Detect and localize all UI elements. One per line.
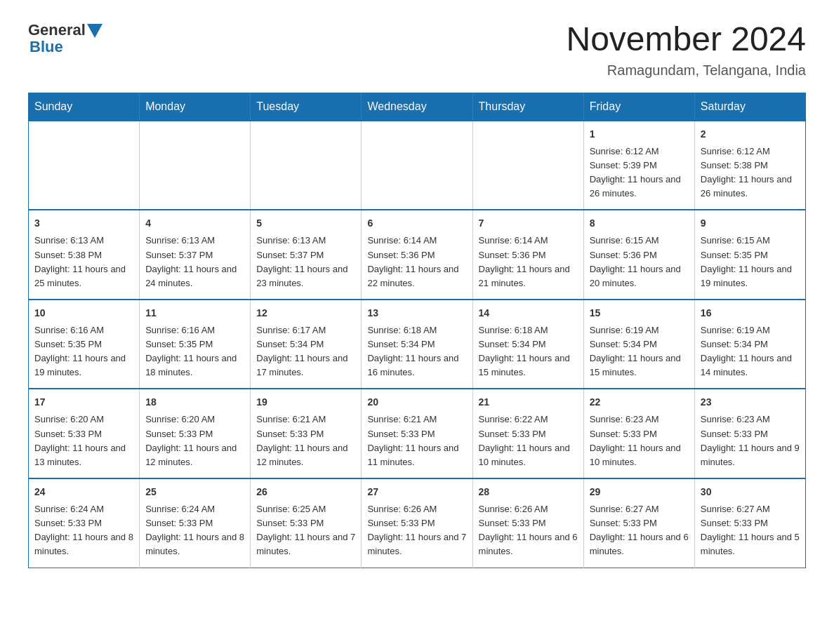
calendar-header-thursday: Thursday xyxy=(472,93,583,121)
day-info: Sunrise: 6:13 AMSunset: 5:37 PMDaylight:… xyxy=(145,234,244,290)
day-info: Sunrise: 6:18 AMSunset: 5:34 PMDaylight:… xyxy=(367,323,466,380)
day-number: 12 xyxy=(256,306,355,321)
calendar-cell: 5Sunrise: 6:13 AMSunset: 5:37 PMDaylight… xyxy=(251,210,362,300)
day-info: Sunrise: 6:12 AMSunset: 5:38 PMDaylight:… xyxy=(701,145,800,201)
day-number: 7 xyxy=(479,216,578,231)
day-info: Sunrise: 6:26 AMSunset: 5:33 PMDaylight:… xyxy=(367,502,466,559)
day-info: Sunrise: 6:24 AMSunset: 5:33 PMDaylight:… xyxy=(34,502,133,559)
calendar-cell: 11Sunrise: 6:16 AMSunset: 5:35 PMDayligh… xyxy=(140,300,251,389)
day-number: 14 xyxy=(479,306,578,321)
calendar-cell: 2Sunrise: 6:12 AMSunset: 5:38 PMDaylight… xyxy=(694,121,805,210)
day-number: 3 xyxy=(34,216,133,231)
day-number: 29 xyxy=(590,485,689,499)
day-number: 21 xyxy=(479,395,578,410)
day-number: 6 xyxy=(367,216,466,231)
calendar-cell xyxy=(251,121,362,210)
day-number: 4 xyxy=(145,216,244,231)
calendar-header-row: SundayMondayTuesdayWednesdayThursdayFrid… xyxy=(29,93,806,121)
day-info: Sunrise: 6:20 AMSunset: 5:33 PMDaylight:… xyxy=(34,412,133,469)
calendar-cell: 20Sunrise: 6:21 AMSunset: 5:33 PMDayligh… xyxy=(362,389,472,478)
day-info: Sunrise: 6:23 AMSunset: 5:33 PMDaylight:… xyxy=(701,412,800,469)
day-number: 19 xyxy=(256,395,355,410)
day-info: Sunrise: 6:15 AMSunset: 5:36 PMDaylight:… xyxy=(590,234,689,290)
day-number: 8 xyxy=(590,216,689,231)
svg-marker-0 xyxy=(87,24,102,38)
day-number: 9 xyxy=(701,216,800,231)
day-number: 10 xyxy=(34,306,133,321)
calendar-cell: 24Sunrise: 6:24 AMSunset: 5:33 PMDayligh… xyxy=(29,478,140,568)
calendar-header-tuesday: Tuesday xyxy=(251,93,362,121)
calendar-cell: 15Sunrise: 6:19 AMSunset: 5:34 PMDayligh… xyxy=(583,300,694,389)
calendar-header-monday: Monday xyxy=(140,93,251,121)
calendar-cell: 27Sunrise: 6:26 AMSunset: 5:33 PMDayligh… xyxy=(362,478,472,568)
calendar-cell: 28Sunrise: 6:26 AMSunset: 5:33 PMDayligh… xyxy=(472,478,583,568)
calendar-cell: 21Sunrise: 6:22 AMSunset: 5:33 PMDayligh… xyxy=(472,389,583,478)
day-info: Sunrise: 6:15 AMSunset: 5:35 PMDaylight:… xyxy=(701,234,800,290)
calendar-cell: 16Sunrise: 6:19 AMSunset: 5:34 PMDayligh… xyxy=(694,300,805,389)
calendar-cell: 14Sunrise: 6:18 AMSunset: 5:34 PMDayligh… xyxy=(472,300,583,389)
day-info: Sunrise: 6:27 AMSunset: 5:33 PMDaylight:… xyxy=(701,502,800,559)
header: General Blue November 2024 Ramagundam, T… xyxy=(28,21,806,79)
day-info: Sunrise: 6:21 AMSunset: 5:33 PMDaylight:… xyxy=(367,412,466,469)
calendar-week-row: 3Sunrise: 6:13 AMSunset: 5:38 PMDaylight… xyxy=(29,210,806,300)
day-number: 25 xyxy=(145,485,244,499)
calendar-week-row: 1Sunrise: 6:12 AMSunset: 5:39 PMDaylight… xyxy=(29,121,806,210)
calendar-week-row: 10Sunrise: 6:16 AMSunset: 5:35 PMDayligh… xyxy=(29,300,806,389)
calendar-cell: 17Sunrise: 6:20 AMSunset: 5:33 PMDayligh… xyxy=(29,389,140,478)
calendar-cell: 9Sunrise: 6:15 AMSunset: 5:35 PMDaylight… xyxy=(694,210,805,300)
day-info: Sunrise: 6:21 AMSunset: 5:33 PMDaylight:… xyxy=(256,412,355,469)
day-number: 26 xyxy=(256,485,355,499)
day-number: 15 xyxy=(590,306,689,321)
calendar-cell: 13Sunrise: 6:18 AMSunset: 5:34 PMDayligh… xyxy=(362,300,472,389)
calendar-cell: 6Sunrise: 6:14 AMSunset: 5:36 PMDaylight… xyxy=(362,210,472,300)
calendar-cell xyxy=(29,121,140,210)
day-number: 22 xyxy=(590,395,689,410)
calendar-cell: 18Sunrise: 6:20 AMSunset: 5:33 PMDayligh… xyxy=(140,389,251,478)
day-number: 17 xyxy=(34,395,133,410)
day-info: Sunrise: 6:26 AMSunset: 5:33 PMDaylight:… xyxy=(479,502,578,559)
calendar-cell: 25Sunrise: 6:24 AMSunset: 5:33 PMDayligh… xyxy=(140,478,251,568)
calendar-header-friday: Friday xyxy=(583,93,694,121)
calendar-week-row: 24Sunrise: 6:24 AMSunset: 5:33 PMDayligh… xyxy=(29,478,806,568)
calendar-header-saturday: Saturday xyxy=(694,93,805,121)
day-info: Sunrise: 6:19 AMSunset: 5:34 PMDaylight:… xyxy=(590,323,689,380)
calendar-cell xyxy=(140,121,251,210)
day-info: Sunrise: 6:27 AMSunset: 5:33 PMDaylight:… xyxy=(590,502,689,559)
day-info: Sunrise: 6:23 AMSunset: 5:33 PMDaylight:… xyxy=(590,412,689,469)
day-info: Sunrise: 6:22 AMSunset: 5:33 PMDaylight:… xyxy=(479,412,578,469)
day-info: Sunrise: 6:18 AMSunset: 5:34 PMDaylight:… xyxy=(479,323,578,380)
calendar-cell: 23Sunrise: 6:23 AMSunset: 5:33 PMDayligh… xyxy=(694,389,805,478)
calendar-cell xyxy=(472,121,583,210)
calendar-cell: 7Sunrise: 6:14 AMSunset: 5:36 PMDaylight… xyxy=(472,210,583,300)
day-info: Sunrise: 6:13 AMSunset: 5:37 PMDaylight:… xyxy=(256,234,355,290)
calendar-cell: 30Sunrise: 6:27 AMSunset: 5:33 PMDayligh… xyxy=(694,478,805,568)
day-info: Sunrise: 6:24 AMSunset: 5:33 PMDaylight:… xyxy=(145,502,244,559)
day-info: Sunrise: 6:17 AMSunset: 5:34 PMDaylight:… xyxy=(256,323,355,380)
calendar-header-wednesday: Wednesday xyxy=(362,93,472,121)
day-info: Sunrise: 6:25 AMSunset: 5:33 PMDaylight:… xyxy=(256,502,355,559)
logo: General Blue xyxy=(28,21,102,56)
day-number: 30 xyxy=(701,485,800,499)
title-area: November 2024 Ramagundam, Telangana, Ind… xyxy=(566,21,806,79)
calendar-cell: 8Sunrise: 6:15 AMSunset: 5:36 PMDaylight… xyxy=(583,210,694,300)
day-number: 27 xyxy=(367,485,466,499)
day-number: 11 xyxy=(145,306,244,321)
calendar-cell: 1Sunrise: 6:12 AMSunset: 5:39 PMDaylight… xyxy=(583,121,694,210)
day-number: 24 xyxy=(34,485,133,499)
calendar-cell: 12Sunrise: 6:17 AMSunset: 5:34 PMDayligh… xyxy=(251,300,362,389)
logo-general-text: General xyxy=(28,21,86,39)
logo-triangle-icon xyxy=(87,24,102,38)
day-number: 13 xyxy=(367,306,466,321)
day-number: 1 xyxy=(590,127,689,142)
day-info: Sunrise: 6:16 AMSunset: 5:35 PMDaylight:… xyxy=(34,323,133,380)
calendar-cell: 22Sunrise: 6:23 AMSunset: 5:33 PMDayligh… xyxy=(583,389,694,478)
day-info: Sunrise: 6:13 AMSunset: 5:38 PMDaylight:… xyxy=(34,234,133,290)
calendar-cell: 29Sunrise: 6:27 AMSunset: 5:33 PMDayligh… xyxy=(583,478,694,568)
calendar-cell: 3Sunrise: 6:13 AMSunset: 5:38 PMDaylight… xyxy=(29,210,140,300)
calendar-header-sunday: Sunday xyxy=(29,93,140,121)
calendar-cell: 19Sunrise: 6:21 AMSunset: 5:33 PMDayligh… xyxy=(251,389,362,478)
day-info: Sunrise: 6:20 AMSunset: 5:33 PMDaylight:… xyxy=(145,412,244,469)
day-info: Sunrise: 6:16 AMSunset: 5:35 PMDaylight:… xyxy=(145,323,244,380)
calendar-week-row: 17Sunrise: 6:20 AMSunset: 5:33 PMDayligh… xyxy=(29,389,806,478)
calendar-cell xyxy=(362,121,472,210)
